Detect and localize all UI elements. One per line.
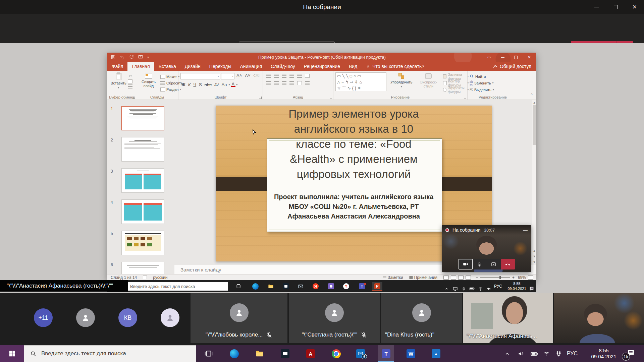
fit-slide-button[interactable] (528, 276, 533, 280)
tab-transitions[interactable]: Переходы (205, 62, 236, 71)
tray-speaker-icon[interactable] (516, 345, 526, 362)
tray-clock[interactable]: 8:55 09.04.2021 (585, 348, 622, 360)
shared-taskview-button[interactable] (233, 282, 244, 291)
tray-wifi-icon[interactable] (541, 345, 551, 362)
underline-button[interactable]: Ч (192, 82, 197, 87)
acrobat-icon[interactable]: A (303, 345, 319, 362)
file-explorer-icon[interactable] (252, 345, 268, 362)
photos-icon[interactable]: ▲ (428, 345, 444, 362)
slide-thumbnail-1[interactable] (121, 106, 164, 130)
align-right-button[interactable] (282, 81, 286, 85)
tab-design[interactable]: Дизайн (180, 62, 205, 71)
grow-font-button[interactable]: A˄ (235, 73, 243, 79)
zoom-out-button[interactable]: − (476, 275, 478, 280)
collapse-ribbon-button[interactable]: ⌃ (530, 93, 533, 98)
shape-outline-button[interactable]: Контур фигуры▾ (443, 80, 469, 86)
tab-file[interactable]: Файл (107, 62, 127, 71)
shape-fill-button[interactable]: Заливка фигуры▾ (443, 73, 469, 79)
taskview-button[interactable] (201, 345, 217, 362)
shapes-gallery[interactable]: ▭╲╲□○▭△⌐↰⇨⇩⌂☆⌒∿{}✶ (335, 72, 386, 91)
reading-view-button[interactable] (458, 276, 464, 280)
clipboard-dialog-launcher[interactable] (132, 97, 135, 99)
tab-insert[interactable]: Вставка (154, 62, 180, 71)
editor-scrollbar[interactable]: ▲ ▲ ▼ ▼ (532, 100, 536, 265)
font-name-combo[interactable]: ▾ (180, 73, 220, 79)
mini-hangup-button[interactable] (501, 259, 515, 269)
mini-minimize-button[interactable]: — (523, 227, 528, 233)
shared-search-box[interactable]: Введите здесь текст для поиска (120, 282, 228, 291)
ppt-minimize-button[interactable] (496, 53, 509, 62)
participant-initials-avatar[interactable]: КВ (118, 308, 137, 327)
slide-thumbnail-6[interactable] (121, 262, 164, 274)
scroll-down-icon[interactable]: ▼ (532, 260, 536, 265)
undo-icon[interactable] (120, 55, 125, 60)
tell-me-box[interactable]: Что вы хотите сделать? (362, 62, 428, 71)
tray-dropbox-icon[interactable] (553, 345, 564, 362)
mini-camera-button[interactable] (459, 259, 473, 269)
mail-icon[interactable]: 6 (353, 345, 369, 362)
shared-teams-icon[interactable]: T (357, 282, 367, 291)
action-center-button[interactable]: 15 (627, 349, 635, 357)
text-direction-button[interactable] (305, 74, 310, 78)
tab-animations[interactable]: Анимация (236, 62, 267, 71)
copy-icon[interactable] (128, 79, 132, 83)
ppt-share-button[interactable]: Общий доступ (493, 62, 531, 71)
convert-smartart-button[interactable] (305, 81, 310, 85)
shared-edge-icon[interactable] (250, 282, 260, 291)
strikethrough-button[interactable]: abc (204, 82, 213, 87)
shared-violet-app-icon[interactable] (326, 282, 336, 291)
participant-avatar[interactable] (76, 308, 95, 327)
slide-thumbnail-4[interactable] (121, 199, 164, 224)
slide-sorter-view-button[interactable] (451, 276, 456, 280)
shared-language-indicator[interactable]: РУС (494, 280, 502, 292)
bold-button[interactable]: Ж (180, 82, 186, 87)
participant-video-tile[interactable] (554, 293, 644, 343)
participant-tile[interactable]: "\"\\\"любовь короле... (191, 293, 287, 343)
overflow-participants-badge[interactable]: +11 (34, 308, 53, 327)
columns-button[interactable] (297, 81, 302, 85)
mini-mic-button[interactable] (473, 259, 487, 269)
redo-icon[interactable] (129, 55, 134, 60)
taskbar-search-box[interactable]: Введите здесь текст для поиска (24, 345, 196, 362)
select-button[interactable]: ⇱Выделить▾ (470, 87, 516, 93)
text-shadow-button[interactable]: S (198, 82, 203, 87)
drawing-dialog-launcher[interactable] (464, 97, 466, 99)
align-center-button[interactable] (274, 81, 279, 85)
slide-thumbnail-3[interactable] (121, 168, 164, 193)
shared-yandex-icon[interactable]: Я (311, 282, 321, 291)
slide-thumbnail-2[interactable] (121, 137, 164, 162)
decrease-indent-button[interactable] (282, 74, 286, 78)
meeting-mini-window[interactable]: На собрании 38:07 — (442, 225, 531, 272)
tab-review[interactable]: Рецензирование (300, 62, 344, 71)
clear-formatting-button[interactable]: ⌫ (253, 73, 261, 79)
paste-button[interactable]: Вставить▾ (109, 72, 128, 90)
arrange-button[interactable]: Упорядочить▾ (389, 72, 414, 93)
save-icon[interactable] (111, 55, 116, 60)
scroll-up-icon[interactable]: ▲ (532, 100, 536, 105)
notes-toggle[interactable]: Заметки (383, 275, 403, 280)
paragraph-dialog-launcher[interactable] (330, 97, 332, 99)
edge-icon[interactable] (226, 345, 242, 362)
zoom-slider[interactable] (480, 277, 510, 278)
window-close-button[interactable]: × (625, 0, 644, 14)
cut-icon[interactable]: ✂ (128, 73, 133, 78)
participant-tile[interactable]: "Dina Khus (гость)" (381, 293, 462, 343)
ppt-restore-button[interactable] (509, 53, 523, 62)
tab-slideshow[interactable]: Слайд-шоу (266, 62, 300, 71)
font-dialog-launcher[interactable] (259, 97, 262, 99)
font-size-combo[interactable]: ▾ (221, 73, 234, 79)
ppt-close-button[interactable]: × (523, 53, 536, 62)
previous-slide-icon[interactable]: ▲ (532, 248, 536, 253)
tab-home[interactable]: Главная (127, 62, 154, 71)
zoom-in-button[interactable]: + (512, 275, 515, 280)
format-painter-icon[interactable] (128, 84, 132, 88)
qat-customize-icon[interactable]: ▾ (147, 55, 149, 59)
comments-toggle[interactable]: Примечания (409, 275, 437, 280)
shared-explorer-icon[interactable] (266, 282, 276, 291)
ppt-ribbon-options-button[interactable]: ▭ (482, 53, 496, 62)
chrome-icon[interactable] (328, 345, 344, 362)
replace-button[interactable]: abacЗаменить▾ (470, 80, 516, 86)
character-spacing-button[interactable]: AV (213, 83, 220, 87)
justify-button[interactable] (289, 81, 294, 85)
line-spacing-button[interactable] (297, 74, 302, 78)
